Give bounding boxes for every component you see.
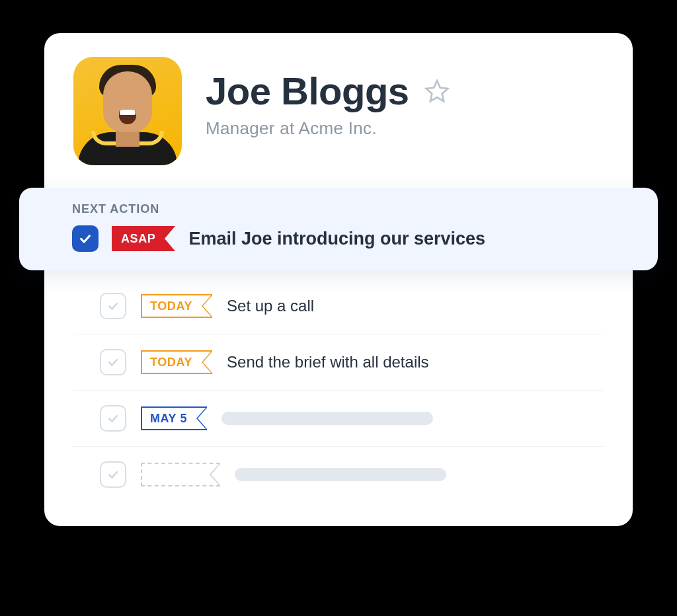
checkbox-empty[interactable]: [100, 461, 126, 488]
svg-marker-0: [426, 81, 448, 101]
text-placeholder: [235, 468, 446, 481]
priority-tag-today[interactable]: TODAY: [141, 294, 212, 318]
checkbox-checked[interactable]: [72, 225, 99, 252]
avatar[interactable]: [73, 57, 182, 165]
priority-tag-empty[interactable]: [141, 463, 220, 486]
next-action-row[interactable]: ASAP Email Joe introducing our services: [72, 225, 605, 252]
priority-tag-may[interactable]: MAY 5: [141, 406, 207, 430]
title-block: Joe Bloggs Manager at Acme Inc.: [206, 57, 452, 139]
favorite-star-icon[interactable]: [422, 77, 452, 106]
next-action-text: Email Joe introducing our services: [188, 229, 485, 249]
action-row[interactable]: [73, 447, 604, 502]
checkbox-empty[interactable]: [100, 293, 126, 319]
action-row[interactable]: TODAYSet up a call: [73, 278, 604, 334]
contact-card: Joe Bloggs Manager at Acme Inc. NEXT ACT…: [44, 33, 633, 526]
next-action-panel: NEXT ACTION ASAP Email Joe introducing o…: [19, 188, 658, 270]
priority-tag-today[interactable]: TODAY: [141, 350, 212, 374]
priority-tag-asap: ASAP: [112, 226, 175, 251]
card-header: Joe Bloggs Manager at Acme Inc.: [44, 57, 633, 181]
checkbox-empty[interactable]: [100, 405, 126, 432]
contact-name: Joe Bloggs: [206, 69, 409, 113]
action-text: Send the brief with all details: [227, 353, 429, 371]
action-text: Set up a call: [227, 297, 314, 315]
text-placeholder: [221, 412, 433, 425]
next-action-label: NEXT ACTION: [72, 202, 605, 216]
contact-subtitle: Manager at Acme Inc.: [206, 118, 452, 139]
action-row[interactable]: MAY 5: [73, 391, 604, 447]
checkbox-empty[interactable]: [100, 349, 126, 375]
action-row[interactable]: TODAYSend the brief with all details: [73, 334, 604, 391]
action-list: TODAYSet up a callTODAYSend the brief wi…: [44, 278, 633, 502]
